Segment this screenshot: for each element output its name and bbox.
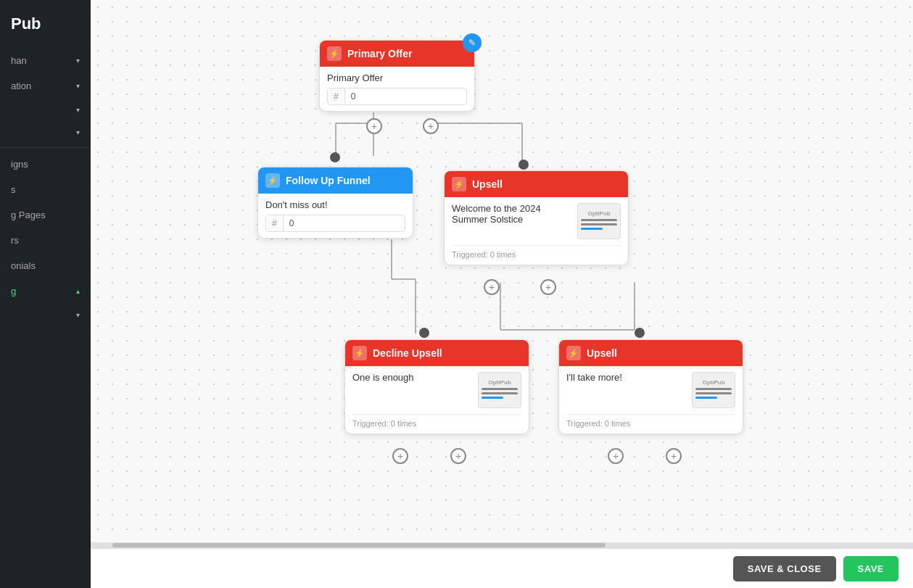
decline-upsell-node[interactable]: ⚡ Decline Upsell One is enough OptiPub [344,339,529,434]
plus-button-po-left[interactable]: + [366,118,382,134]
chevron-up-icon: ▴ [76,287,80,295]
sidebar-item-onials[interactable]: onials [0,253,91,278]
sidebar-item-label: han [11,55,27,66]
thumb-line-3 [581,228,603,230]
canvas-inner: ⚡ Primary Offer Primary Offer # 0 ✎ + + [91,0,913,542]
thumb-label: OptiPub [482,379,518,386]
thumb-line-2 [581,223,617,225]
dot-connector-right [519,160,529,170]
canvas-scrollbar[interactable] [91,542,913,548]
edit-button[interactable]: ✎ [463,33,482,52]
follow-up-desc: Don't miss out! [265,199,405,210]
sidebar-item-last[interactable]: ▾ [0,304,91,326]
dot-connector-u1-right [635,328,645,338]
upsell1-preview: OptiPub [577,203,621,239]
sidebar-item-label: igns [11,159,28,170]
upsell2-node[interactable]: ⚡ Upsell I'll take more! OptiPub [558,339,743,434]
upsell1-node[interactable]: ⚡ Upsell Welcome to the 2024 Summer Sols… [444,170,629,265]
sidebar-item-han[interactable]: han ▾ [0,48,91,73]
save-close-button[interactable]: SAVE & CLOSE [733,556,836,581]
upsell2-title: Upsell [587,347,617,359]
thumb-line-1 [581,219,617,221]
sidebar-item-label: ation [11,80,31,91]
sidebar-divider [0,147,91,148]
thumb-line-3 [695,397,717,399]
connections-svg [91,0,913,542]
plus-button-u1-left[interactable]: + [484,279,500,295]
save-button[interactable]: SAVE [843,556,898,581]
plus-button-po-right[interactable]: + [423,118,439,134]
sidebar-item-label: rs [11,235,19,246]
upsell2-thumbnail: I'll take more! OptiPub [566,372,735,408]
primary-offer-node[interactable]: ⚡ Primary Offer Primary Offer # 0 ✎ [319,40,475,112]
upsell2-desc: I'll take more! [566,372,687,383]
chevron-down-icon: ▾ [76,311,80,319]
funnel-icon: ⚡ [452,177,466,191]
upsell2-preview: OptiPub [692,372,735,408]
upsell1-body: Welcome to the 2024 Summer Solstice Opti… [445,197,628,265]
decline-upsell-header: ⚡ Decline Upsell [345,340,529,366]
follow-up-funnel-node[interactable]: ⚡ Follow Up Funnel Don't miss out! # 0 [257,167,413,239]
thumb-line-2 [695,392,732,394]
hash-value: 0 [345,88,362,104]
upsell1-header: ⚡ Upsell [445,171,628,197]
sidebar-item-landing-pages[interactable]: g Pages [0,202,91,228]
decline-upsell-body: One is enough OptiPub Triggered: 0 times [345,366,529,434]
canvas-area[interactable]: ⚡ Primary Offer Primary Offer # 0 ✎ + + [91,0,913,542]
sidebar-item-igns[interactable]: igns [0,152,91,177]
plus-button-du-right[interactable]: + [450,448,466,464]
upsell1-text: Welcome to the 2024 Summer Solstice [452,203,573,229]
hash-symbol: # [328,88,345,104]
bottom-bar: SAVE & CLOSE SAVE [91,548,913,588]
hash-value: 0 [284,215,300,231]
canvas-scrollbar-thumb [112,543,606,547]
upsell2-text: I'll take more! [566,372,687,387]
sidebar-item-s[interactable]: s [0,177,91,202]
sidebar-item-rs[interactable]: rs [0,228,91,253]
sidebar-item-ation[interactable]: ation ▾ [0,73,91,99]
sidebar-item-g[interactable]: g ▴ [0,278,91,304]
thumb-line-1 [695,388,732,390]
hash-symbol: # [266,215,284,231]
plus-button-u2-right[interactable]: + [666,448,682,464]
app-logo: Pub [0,7,91,48]
primary-offer-body: Primary Offer # 0 [320,67,474,111]
primary-offer-title: Primary Offer [347,48,412,59]
funnel-icon: ⚡ [566,346,581,360]
chevron-down-icon: ▾ [76,82,80,90]
decline-thumbnail: One is enough OptiPub [352,372,521,408]
decline-triggered: Triggered: 0 times [352,414,521,428]
follow-up-body: Don't miss out! # 0 [258,194,413,238]
sidebar-item-3[interactable]: ▾ [0,99,91,121]
sidebar-item-label: g Pages [11,210,46,220]
upsell1-title: Upsell [472,178,503,190]
chevron-down-icon: ▾ [76,106,80,114]
upsell1-desc: Welcome to the 2024 Summer Solstice [452,203,573,225]
upsell1-thumbnail: Welcome to the 2024 Summer Solstice Opti… [452,203,621,239]
decline-desc: One is enough [352,372,474,383]
follow-up-input[interactable]: # 0 [265,215,405,232]
decline-text: One is enough [352,372,474,387]
plus-button-u2-left[interactable]: + [608,448,624,464]
main-content: ⚡ Primary Offer Primary Offer # 0 ✎ + + [91,0,913,588]
decline-upsell-title: Decline Upsell [373,347,442,359]
sidebar-item-label: g [11,286,16,297]
plus-button-du-left[interactable]: + [392,448,408,464]
sidebar: Pub han ▾ ation ▾ ▾ ▾ igns s g Pages rs … [0,0,91,588]
funnel-icon: ⚡ [352,346,367,360]
sidebar-item-label: onials [11,260,36,271]
upsell2-triggered: Triggered: 0 times [566,414,735,428]
dot-connector-u1-left [419,328,429,338]
chevron-down-icon: ▾ [76,128,80,136]
upsell2-body: I'll take more! OptiPub Triggered: 0 tim… [559,366,743,434]
thumb-label: OptiPub [581,210,617,217]
chevron-down-icon: ▾ [76,57,80,65]
upsell1-triggered: Triggered: 0 times [452,245,621,259]
sidebar-item-label: s [11,184,16,195]
decline-preview: OptiPub [478,372,521,408]
primary-offer-desc: Primary Offer [327,73,467,83]
primary-offer-input[interactable]: # 0 [327,88,467,105]
sidebar-item-4[interactable]: ▾ [0,121,91,144]
plus-button-u1-right[interactable]: + [540,279,556,295]
follow-up-title: Follow Up Funnel [286,175,371,186]
